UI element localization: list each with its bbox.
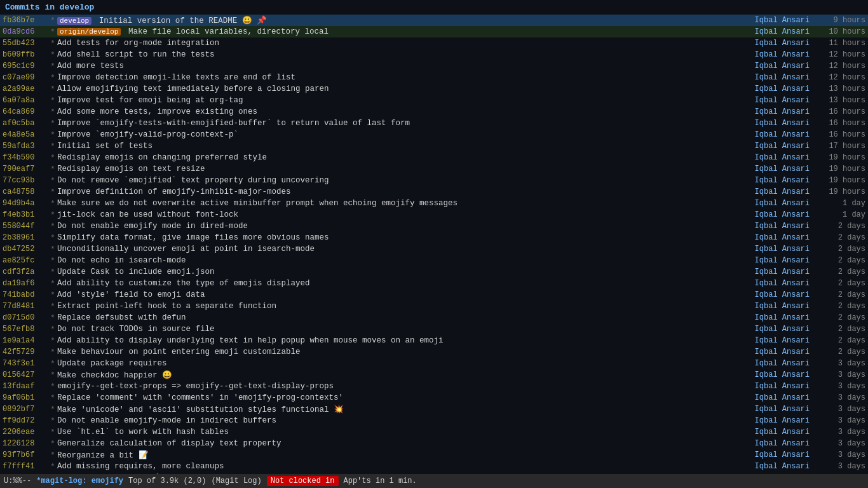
commit-row[interactable]: 1226128 * Generalize calculation of disp… (0, 438, 868, 449)
commit-row[interactable]: f7fff41 * Add missing requires, more cle… (0, 461, 868, 472)
commit-row[interactable]: 1e9a1a4 * Add ability to display underly… (0, 335, 868, 346)
commit-row[interactable]: 743f3e1 * Update package requiresIqbal A… (0, 358, 868, 369)
status-mode: U:%%-- (4, 477, 31, 485)
commit-star: * (48, 176, 57, 186)
commit-row[interactable]: 558044f * Do not enable emojify mode in … (0, 220, 868, 232)
commit-row[interactable]: 77d8481 * Extract point-left hook to a s… (0, 301, 868, 312)
commit-author: Iqbal Ansari (732, 325, 815, 334)
commit-star: * (48, 359, 57, 369)
commit-row[interactable]: ca48758 * Improve definition of emojify-… (0, 186, 868, 198)
commit-hash: 13fdaaf (3, 382, 48, 391)
commit-hash: 2206eae (3, 428, 48, 437)
status-position: Top of 3.9k (2,0) (128, 477, 206, 485)
commit-row[interactable]: 0da9cd6 * origin/develop Make file local… (0, 26, 868, 37)
commit-author: Iqbal Ansari (732, 199, 815, 208)
commit-message: Make 'unicode' and 'ascii' substitution … (57, 404, 732, 414)
commit-row[interactable]: 13fdaaf * emojify--get-text-props => emo… (0, 381, 868, 392)
commit-star: * (48, 187, 57, 197)
commit-author: Iqbal Ansari (732, 153, 815, 162)
commit-row[interactable]: 0892bf7 * Make 'unicode' and 'ascii' sub… (0, 403, 868, 415)
commit-row[interactable]: 0156427 * Make checkdoc happier 😀Iqbal A… (0, 369, 868, 381)
commit-row[interactable]: ae825fc * Do not echo in isearch-modeIqb… (0, 255, 868, 266)
commit-list[interactable]: fb36b7e * develop Initial version of the… (0, 15, 868, 474)
commit-time: 19 hours (815, 176, 865, 185)
commit-row[interactable]: 695c1c9 * Add more testsIqbal Ansari12 h… (0, 60, 868, 72)
commit-row[interactable]: 2b38961 * Simplify data format, give ima… (0, 232, 868, 243)
commit-star: * (48, 107, 57, 117)
commit-row[interactable]: 42f5729 * Make behaviour on point enteri… (0, 346, 868, 358)
commit-row[interactable]: da19af6 * Add ability to customize the t… (0, 278, 868, 289)
commit-row[interactable]: 741babd * Add 'style' field to emoji dat… (0, 289, 868, 301)
commit-message: Do not echo in isearch-mode (57, 256, 732, 265)
commit-star: * (48, 130, 57, 140)
commit-hash: 1226128 (3, 439, 48, 448)
commit-hash: c07ae99 (3, 73, 48, 82)
commit-author: Iqbal Ansari (732, 187, 815, 196)
page-header: Commits in develop (0, 0, 868, 15)
commit-hash: 0156427 (3, 370, 48, 379)
commit-star: * (48, 290, 57, 300)
commit-author: Iqbal Ansari (732, 73, 815, 82)
commit-star: * (48, 256, 57, 266)
commit-time: 3 days (815, 462, 865, 471)
commit-time: 19 hours (815, 165, 865, 173)
commit-star: * (48, 245, 57, 254)
commit-time: 16 hours (815, 119, 865, 128)
commit-row[interactable]: 6a07a8a * Improve test for emoji being a… (0, 95, 868, 106)
commit-row[interactable]: 790eaf7 * Redisplay emojis on text resiz… (0, 163, 868, 175)
commit-message: Update Cask to include emoji.json (57, 268, 732, 276)
commit-row[interactable]: 64ca869 * Add some more tests, improve e… (0, 106, 868, 118)
commit-star: * (48, 153, 57, 163)
commit-hash: db47252 (3, 245, 48, 254)
commit-author: Iqbal Ansari (732, 462, 815, 471)
commit-row[interactable]: fb36b7e * develop Initial version of the… (0, 15, 868, 26)
commit-row[interactable]: e4a8e5a * Improve `emojify-valid-prog-co… (0, 129, 868, 140)
commit-row[interactable]: 55db423 * Add tests for org-mode integra… (0, 37, 868, 49)
commit-row[interactable]: b609ffb * Add shell script to run the te… (0, 49, 868, 60)
commit-row[interactable]: af0c5ba * Improve `emojify-tests-with-em… (0, 118, 868, 129)
commit-row[interactable]: f4eb3b1 * jit-lock can be used without f… (0, 209, 868, 220)
commit-author: Iqbal Ansari (732, 107, 815, 116)
commit-row[interactable]: a2a99ae * Allow emojifiying text immedia… (0, 83, 868, 95)
commit-hash: 94d9b4a (3, 199, 48, 208)
commit-hash: 743f3e1 (3, 359, 48, 368)
commit-message: Redisplay emojis on changing preferred s… (57, 153, 732, 162)
commit-message: Add tests for org-mode integration (57, 39, 732, 48)
commit-row[interactable]: 77cc93b * Do not remove `emojified` text… (0, 175, 868, 186)
commit-row[interactable]: 567efb8 * Do not track TODOs in source f… (0, 323, 868, 335)
commit-hash: 6a07a8a (3, 96, 48, 105)
commit-row[interactable]: d0715d0 * Replace defsubst with defunIqb… (0, 312, 868, 323)
commit-author: Iqbal Ansari (732, 119, 815, 128)
commit-author: Iqbal Ansari (732, 210, 815, 219)
commit-star: * (48, 27, 57, 37)
commit-author: Iqbal Ansari (732, 165, 815, 173)
commit-time: 12 hours (815, 50, 865, 59)
commit-hash: e4a8e5a (3, 130, 48, 139)
commit-author: Iqbal Ansari (732, 222, 815, 231)
commit-hash: da19af6 (3, 279, 48, 288)
commit-author: Iqbal Ansari (732, 302, 815, 311)
commit-hash: 77cc93b (3, 176, 48, 185)
commit-row[interactable]: 94d9b4a * Make sure we do not overwrite … (0, 198, 868, 209)
commit-row[interactable]: 59afda3 * Initial set of testsIqbal Ansa… (0, 140, 868, 152)
commit-message: Do not remove `emojified` text property … (57, 176, 732, 185)
commit-message: emojify--get-text-props => emojify--get-… (57, 382, 732, 391)
commit-star: * (48, 199, 57, 208)
commit-hash: 0da9cd6 (3, 27, 48, 36)
commit-author: Iqbal Ansari (732, 50, 815, 59)
commit-time: 3 days (815, 428, 865, 437)
commit-row[interactable]: f34b590 * Redisplay emojis on changing p… (0, 152, 868, 163)
commit-star: * (48, 370, 57, 380)
commit-time: 11 hours (815, 39, 865, 48)
commit-row[interactable]: db47252 * Unconditionally uncover emoji … (0, 243, 868, 255)
commit-row[interactable]: c07ae99 * Improve detection emoji-like t… (0, 72, 868, 83)
commit-row[interactable]: 9af06b1 * Replace 'comment' with 'commen… (0, 392, 868, 403)
commit-star: * (48, 16, 57, 25)
commit-row[interactable]: cdf3f2a * Update Cask to include emoji.j… (0, 266, 868, 278)
commit-row[interactable]: 93f7b6f * Reorganize a bit 📝Iqbal Ansari… (0, 449, 868, 461)
commit-author: Iqbal Ansari (732, 336, 815, 345)
commit-hash: af0c5ba (3, 119, 48, 128)
commit-row[interactable]: 2206eae * Use `ht.el` to work with hash … (0, 426, 868, 438)
commit-message: Improve test for emoji being at org-tag (57, 96, 732, 105)
commit-row[interactable]: ff9dd72 * Do not enable emojify-mode in … (0, 415, 868, 426)
